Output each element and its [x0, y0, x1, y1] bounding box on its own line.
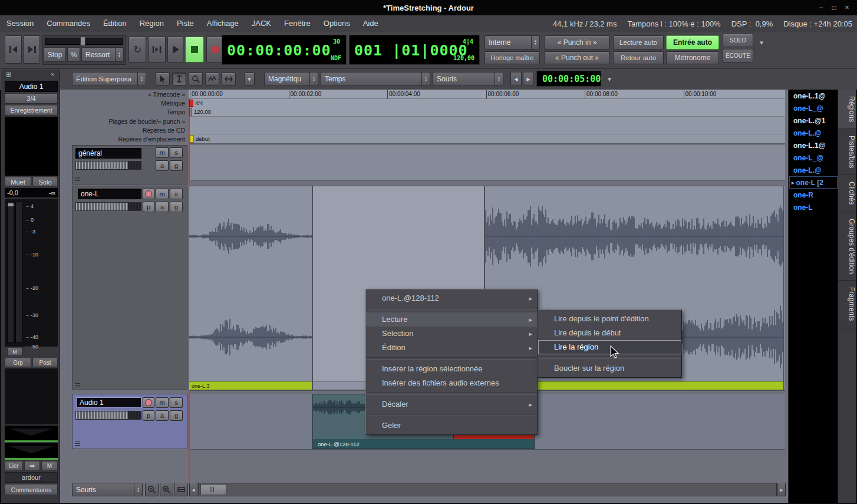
- shuttle-stop-button[interactable]: Stop: [44, 47, 66, 62]
- gain-fader-handle[interactable]: [8, 203, 14, 206]
- spinner-arrows-icon[interactable]: ▴▾: [495, 73, 503, 85]
- maximize-button[interactable]: □: [829, 2, 839, 13]
- scroll-left-button[interactable]: ◂: [189, 483, 197, 496]
- menubar-item-options[interactable]: Options: [317, 15, 357, 32]
- menubar-item-region[interactable]: Région: [133, 15, 170, 32]
- region-list-item[interactable]: one-L.1@: [789, 90, 838, 102]
- shuttle-percent-button[interactable]: %: [67, 47, 80, 62]
- tempo-marker-icon[interactable]: [189, 108, 192, 116]
- location-markers-ruler[interactable]: [189, 134, 785, 144]
- strip-record-button[interactable]: Enregistrement: [5, 105, 58, 116]
- menubar-item-affichage[interactable]: Affichage: [200, 15, 245, 32]
- strip-processor-box[interactable]: [5, 368, 58, 424]
- tempo-marker-label[interactable]: 120,00: [194, 108, 211, 115]
- automation-button[interactable]: a: [156, 410, 169, 421]
- region-list-item[interactable]: one-L.@: [789, 164, 838, 176]
- group-button[interactable]: g: [170, 160, 183, 171]
- context-menu-item-decaler[interactable]: Décaler▸: [366, 397, 537, 411]
- panner-display-1[interactable]: [5, 426, 58, 442]
- edit-point-clock[interactable]: 00:00:05:00: [536, 71, 601, 87]
- strip-mute-button[interactable]: Muet: [5, 177, 31, 187]
- track-name-field[interactable]: one-L: [78, 189, 141, 199]
- context-menu-item-inserer-des-fichiers-audio-externes[interactable]: Insérer des fichiers audio externes: [366, 376, 537, 390]
- submenu-item-lire-depuis-le-point-d-edition[interactable]: Lire depuis le point d'édition: [538, 312, 681, 326]
- menubar-item-edition[interactable]: Édition: [97, 15, 133, 32]
- side-tab-pistes-bus[interactable]: Pistes/bus: [838, 129, 856, 175]
- range-tool-button[interactable]: [172, 73, 186, 85]
- track-resize-handle[interactable]: [75, 177, 80, 177]
- menubar-item-commandes[interactable]: Commandes: [40, 15, 97, 32]
- meter-marker-icon[interactable]: [189, 100, 193, 107]
- group-button[interactable]: g: [170, 410, 183, 421]
- record-arm-button[interactable]: [143, 189, 154, 199]
- side-tab-cliches[interactable]: Clichés: [838, 175, 856, 212]
- submenu-item-boucler-sur-la-region[interactable]: Boucler sur la région: [538, 361, 681, 375]
- record-arm-button[interactable]: [143, 397, 154, 408]
- zoom-in-button[interactable]: [160, 483, 173, 496]
- context-menu-item-selection[interactable]: Sélection▸: [366, 327, 537, 341]
- solo-button[interactable]: s: [170, 189, 183, 199]
- mute-button[interactable]: m: [156, 397, 169, 408]
- strip-close-icon[interactable]: ×: [51, 71, 54, 78]
- tempo-ruler[interactable]: [189, 108, 785, 117]
- pan-link-direction-button[interactable]: ⇒: [24, 461, 40, 471]
- strip-grid-icon[interactable]: ⊞: [6, 71, 11, 78]
- side-tab-regions[interactable]: Régions: [838, 90, 856, 129]
- goto-start-button[interactable]: [5, 35, 22, 64]
- location-marker-label[interactable]: début: [196, 136, 210, 142]
- zoom-fit-button[interactable]: [174, 483, 188, 496]
- nudge-back-button[interactable]: ◂: [510, 72, 522, 86]
- strip-comments-button[interactable]: Commentaires: [5, 484, 58, 495]
- punch-in-button[interactable]: « Punch in »: [545, 35, 609, 50]
- strip-metering-button[interactable]: Post: [32, 358, 58, 367]
- cd-markers-ruler[interactable]: [189, 126, 785, 134]
- strip-meter-point-button[interactable]: M: [7, 348, 22, 356]
- context-menu-item-lecture[interactable]: Lecture▸: [366, 312, 537, 327]
- snap-mode-select[interactable]: Magnétiqu▴▾: [264, 72, 318, 86]
- mute-button[interactable]: m: [156, 147, 169, 158]
- shuttle-slider-handle[interactable]: [80, 37, 85, 46]
- scroll-right-button[interactable]: ▸: [777, 483, 786, 496]
- automation-button[interactable]: a: [156, 160, 169, 171]
- menubar-item-aide[interactable]: Aide: [357, 15, 385, 32]
- pan-link-button[interactable]: Lier: [5, 461, 23, 471]
- region-list-item[interactable]: one-L.1@: [789, 139, 838, 151]
- side-tab-fragments[interactable]: Fragments: [838, 281, 856, 328]
- tools-overflow-chevron-icon[interactable]: ▾: [244, 73, 255, 85]
- secondary-clock[interactable]: 001 |01|0000 4|4 120,00: [349, 35, 480, 65]
- mute-button[interactable]: m: [156, 189, 169, 199]
- strip-mono-button[interactable]: M: [41, 461, 58, 471]
- metronome-button[interactable]: Métronome: [666, 51, 719, 64]
- menubar-item-jack[interactable]: JACK: [245, 15, 278, 32]
- menubar-item-session[interactable]: Session: [0, 15, 40, 32]
- region-list-item[interactable]: one-L: [789, 201, 838, 213]
- automation-button[interactable]: a: [156, 202, 169, 212]
- spinner-arrows-icon[interactable]: ▴▾: [531, 36, 539, 49]
- spinner-arrows-icon[interactable]: ▴▾: [115, 48, 123, 61]
- track-header-one-l[interactable]: [72, 186, 187, 390]
- menubar-item-fenetre[interactable]: Fenêtre: [278, 15, 317, 32]
- auto-input-button[interactable]: Entrée auto: [666, 35, 719, 50]
- play-range-button[interactable]: [148, 37, 166, 62]
- object-tool-button[interactable]: [156, 73, 170, 85]
- zoom-out-button[interactable]: [145, 483, 159, 496]
- track-resize-handle[interactable]: [75, 383, 80, 384]
- region-list-item[interactable]: one-L_@: [789, 151, 838, 164]
- location-marker-icon[interactable]: [190, 135, 194, 143]
- side-tab-groupes-d-edition[interactable]: Groupes d'édition: [838, 212, 856, 281]
- spinner-arrows-icon[interactable]: ▴▾: [421, 73, 430, 85]
- meter-marker-label[interactable]: 4/4: [195, 100, 203, 106]
- audio-region[interactable]: one-L.3: [189, 186, 312, 390]
- solo-button[interactable]: s: [170, 397, 183, 408]
- horizontal-scrollbar[interactable]: [198, 483, 777, 496]
- region-list-item[interactable]: one-L_@: [789, 102, 838, 114]
- master-clock-button[interactable]: Horloge maître: [484, 51, 540, 64]
- strip-group-button[interactable]: Grp: [5, 358, 31, 367]
- spinner-arrows-icon[interactable]: ▴▾: [137, 73, 146, 85]
- group-button[interactable]: g: [170, 202, 183, 212]
- auto-return-button[interactable]: Retour auto: [613, 51, 664, 64]
- region-list-item[interactable]: one-L.@: [789, 127, 838, 139]
- track-name-field[interactable]: général: [75, 148, 141, 159]
- stop-button[interactable]: [185, 37, 204, 62]
- minimize-button[interactable]: −: [816, 2, 826, 13]
